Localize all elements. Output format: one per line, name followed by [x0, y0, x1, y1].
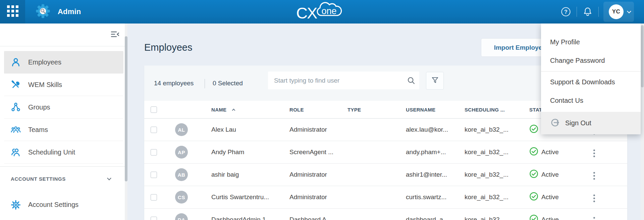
- person-icon: [11, 57, 21, 67]
- sidebar-scrollbar[interactable]: [125, 24, 127, 220]
- active-check-icon: [529, 192, 538, 203]
- user-menu-button[interactable]: YC: [603, 2, 634, 22]
- chevron-down-icon: [107, 176, 111, 180]
- cell-role: Administrator: [289, 171, 347, 178]
- active-check-icon: [529, 169, 538, 180]
- cell-username: alex.lau@kor...: [406, 126, 465, 133]
- cell-state: Active: [523, 214, 589, 220]
- sidebar-scrollbar-thumb[interactable]: [125, 36, 127, 181]
- cell-scheduling: kore_ai_b32_...: [465, 126, 523, 133]
- cell-name[interactable]: Andy Pham: [211, 148, 289, 156]
- row-actions-kebab[interactable]: [590, 170, 598, 182]
- page-scrollbar-thumb[interactable]: [641, 25, 644, 87]
- cell-username: andy.pham+...: [406, 148, 465, 156]
- selected-count: 0 Selected: [213, 65, 243, 101]
- notifications-bell-button[interactable]: [577, 7, 598, 17]
- menu-item-contact-us[interactable]: Contact Us: [541, 91, 641, 110]
- cell-state: Active: [523, 147, 589, 158]
- cell-name[interactable]: Alex Lau: [211, 126, 289, 133]
- chevron-down-icon: [627, 9, 631, 13]
- filter-funnel-icon: [431, 76, 439, 86]
- help-button[interactable]: ?: [555, 7, 577, 17]
- cell-role: ScreenAgent ...: [289, 148, 347, 156]
- user-avatar: YC: [609, 4, 624, 19]
- active-check-icon: [529, 124, 538, 135]
- menu-item-change-password[interactable]: Change Password: [541, 51, 641, 70]
- group-nodes-icon: [11, 102, 21, 112]
- state-label: Active: [541, 216, 559, 220]
- filter-button[interactable]: [426, 72, 444, 90]
- avatar: AL: [175, 123, 188, 136]
- gear-icon: [11, 200, 21, 210]
- search-input[interactable]: [268, 77, 403, 84]
- toolbar-divider: [205, 79, 205, 88]
- menu-item-support-downloads[interactable]: Support & Downloads: [541, 73, 641, 91]
- menu-divider: [541, 71, 641, 72]
- sidebar-divider: [0, 166, 127, 167]
- cell-name[interactable]: DashboardAdmin 1: [211, 216, 289, 220]
- cell-role: Administrator: [289, 126, 347, 133]
- column-header-name[interactable]: NAME: [211, 107, 289, 113]
- svg-text:one: one: [322, 6, 337, 16]
- menu-item-sign-out[interactable]: Sign Out: [541, 112, 641, 134]
- cell-state: Active: [523, 169, 589, 180]
- sort-ascending-icon[interactable]: [232, 108, 235, 112]
- collapse-sidebar-icon[interactable]: [111, 30, 119, 40]
- sidebar-item-teams[interactable]: Teams: [4, 119, 123, 141]
- sidebar-item-scheduling-unit[interactable]: Scheduling Unit: [4, 141, 123, 164]
- cell-scheduling: kore_ai_b32_...: [465, 148, 523, 156]
- cell-state: Active: [523, 192, 589, 203]
- search-box: [268, 72, 419, 89]
- row-checkbox[interactable]: [151, 217, 157, 220]
- sidebar-section-account-settings[interactable]: ACCOUNT SETTINGS: [0, 172, 127, 185]
- avatar: AB: [175, 168, 188, 181]
- menu-item-my-profile[interactable]: My Profile: [541, 33, 641, 51]
- cell-username: curtis.swartz...: [406, 193, 465, 201]
- sign-out-label: Sign Out: [565, 119, 591, 127]
- select-all-checkbox[interactable]: [151, 106, 157, 113]
- state-label: Active: [541, 171, 559, 178]
- column-header-username[interactable]: USERNAME: [406, 107, 465, 113]
- row-checkbox[interactable]: [151, 172, 157, 178]
- user-dropdown-menu: My Profile Change Password Support & Dow…: [541, 24, 641, 134]
- cell-username: ashir1@inter...: [406, 171, 465, 178]
- app-name: Admin: [58, 7, 81, 16]
- page-scrollbar[interactable]: [641, 24, 644, 220]
- teams-icon: [11, 125, 21, 135]
- cell-scheduling: kore_ai_b32_...: [465, 193, 523, 201]
- sidebar-item-label: Scheduling Unit: [28, 148, 75, 156]
- svg-text:?: ?: [564, 9, 568, 15]
- grid-icon: [7, 5, 18, 18]
- avatar: CS: [175, 191, 188, 204]
- search-icon[interactable]: [403, 76, 419, 85]
- sidebar-item-wem-skills[interactable]: WEM Skills: [4, 74, 123, 96]
- cxone-logo: CX one: [296, 0, 343, 24]
- row-checkbox[interactable]: [151, 149, 157, 156]
- topbar-separator: [598, 7, 599, 17]
- app-launcher-button[interactable]: [0, 0, 25, 24]
- active-check-icon: [529, 214, 538, 220]
- cxone-logo-cx: CX: [296, 6, 317, 20]
- column-header-scheduling[interactable]: SCHEDULING ...: [465, 107, 523, 113]
- sidebar-item-account-settings[interactable]: Account Settings: [4, 193, 123, 216]
- column-header-type[interactable]: TYPE: [347, 107, 406, 113]
- sidebar-item-groups[interactable]: Groups: [4, 96, 123, 119]
- sidebar-item-employees[interactable]: Employees: [4, 51, 123, 74]
- row-actions-kebab[interactable]: [590, 192, 598, 204]
- sidebar-item-label: Groups: [28, 103, 50, 111]
- table-row: AB ashir baig Administrator ashir1@inter…: [144, 164, 627, 186]
- row-checkbox[interactable]: [151, 127, 157, 133]
- sidebar-item-label: Employees: [28, 58, 61, 66]
- cell-role: Administrator: [289, 193, 347, 201]
- avatar: DA: [175, 213, 188, 220]
- cell-name[interactable]: ashir baig: [211, 171, 289, 178]
- sidebar-item-label: Account Settings: [28, 201, 78, 209]
- row-checkbox[interactable]: [151, 194, 157, 201]
- sidebar: Employees WEM Skills Groups: [0, 24, 127, 220]
- row-actions-kebab[interactable]: [590, 147, 598, 159]
- cell-username: dashboard_a...: [406, 216, 465, 220]
- two-people-icon: [11, 147, 21, 157]
- cell-name[interactable]: Curtis Swartzentru...: [211, 193, 289, 201]
- row-actions-kebab[interactable]: [590, 215, 598, 220]
- column-header-role[interactable]: ROLE: [289, 107, 347, 113]
